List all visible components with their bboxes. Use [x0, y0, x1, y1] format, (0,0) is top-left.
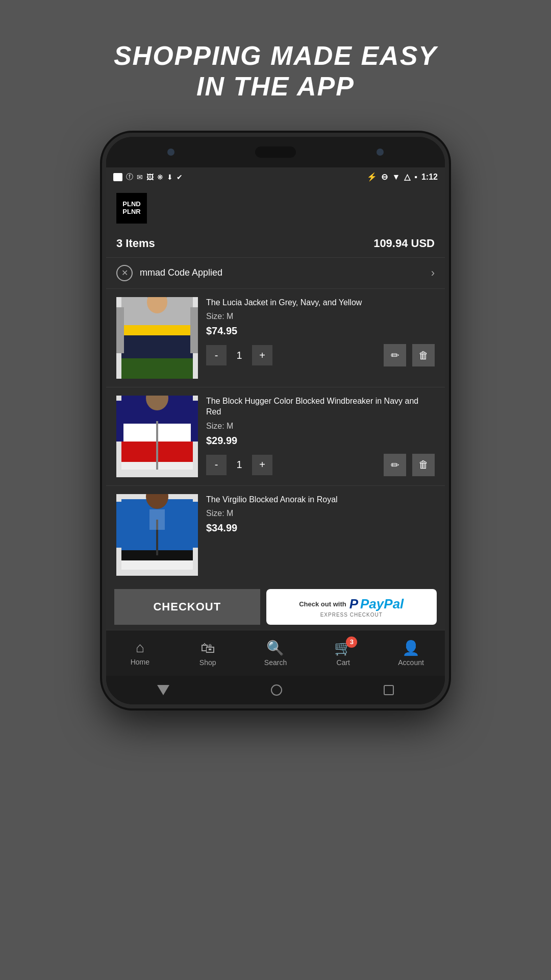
svg-rect-2 [121, 325, 193, 335]
paypal-checkout-button[interactable]: Check out with PPayPal EXPRESS CHECKOUT [266, 589, 437, 625]
paypal-label: Check out with [299, 600, 346, 608]
cart-total: 109.94 USD [373, 237, 435, 250]
tagline: SHOPPING MADE EASY IN THE APP [114, 41, 437, 102]
tagline-line1: SHOPPING MADE EASY [114, 41, 437, 71]
nav-search-label: Search [264, 658, 287, 667]
item-1-edit-button[interactable]: ✏ [384, 344, 406, 366]
svg-rect-20 [191, 502, 198, 548]
nav-account-label: Account [398, 658, 424, 667]
item-1-actions: ✏ 🗑 [384, 344, 435, 366]
status-icon-5: ❋ [157, 173, 163, 181]
status-icons: ⓕ ✉ 🖼 ❋ ⬇ ✔ [113, 173, 183, 182]
item-2-details: The Block Hugger Color Blocked Windbreak… [206, 396, 435, 477]
svg-rect-4 [121, 358, 193, 379]
item-1-qty: 1 [232, 350, 247, 361]
item-1-image [116, 297, 198, 379]
jacket2-illustration [116, 396, 198, 477]
status-icon-3: ✉ [137, 173, 143, 181]
nav-cart[interactable]: 🛒 3 Cart [309, 640, 377, 667]
item-2-delete-button[interactable]: 🗑 [412, 454, 435, 476]
status-bar: ⓕ ✉ 🖼 ❋ ⬇ ✔ ⚡ ⊖ ▼ △ ▪ 1:12 [106, 167, 445, 187]
item-2-actions: ✏ 🗑 [384, 454, 435, 476]
status-icon-7: ✔ [177, 173, 183, 181]
search-icon: 🔍 [266, 640, 284, 656]
nav-account[interactable]: 👤 Account [377, 640, 445, 667]
item-1-increase-button[interactable]: + [252, 345, 272, 365]
item-2-decrease-button[interactable]: - [206, 455, 227, 475]
speaker [255, 146, 296, 158]
paypal-logo: PPayPal [349, 596, 404, 612]
back-button[interactable] [157, 685, 169, 695]
item-1-price: $74.95 [206, 325, 435, 337]
svg-rect-5 [116, 307, 124, 353]
battery-icon: ▪ [414, 173, 417, 182]
item-1-decrease-button[interactable]: - [206, 345, 227, 365]
bluetooth-icon: ⚡ [367, 172, 377, 182]
status-icon-2: ⓕ [126, 173, 133, 182]
nav-shop[interactable]: 🛍 Shop [174, 640, 242, 667]
paypal-express-label: EXPRESS CHECKOUT [320, 612, 383, 618]
svg-rect-22 [149, 509, 165, 530]
item-3-image [116, 494, 198, 576]
item-2-edit-button[interactable]: ✏ [384, 454, 406, 476]
item-3-details: The Virgilio Blocked Anorak in Royal Siz… [206, 494, 435, 576]
jacket3-illustration [116, 494, 198, 576]
nav-shop-label: Shop [199, 658, 216, 667]
logo-line2: PLNR [122, 208, 140, 215]
promo-code-text: mmad Code Applied [140, 267, 424, 278]
cart-item-3: The Virgilio Blocked Anorak in Royal Siz… [106, 486, 445, 584]
home-icon: ⌂ [136, 640, 144, 656]
tagline-line2: IN THE APP [114, 71, 437, 102]
item-1-size: Size: M [206, 312, 435, 321]
cart-wrapper: 🛒 3 [334, 640, 352, 656]
promo-arrow-icon: › [431, 266, 435, 280]
cart-summary: 3 Items 109.94 USD [106, 230, 445, 258]
item-2-qty: 1 [232, 459, 247, 471]
svg-rect-18 [121, 560, 193, 570]
front-sensor [377, 149, 384, 156]
svg-rect-19 [116, 502, 123, 548]
shop-icon: 🛍 [201, 640, 215, 656]
items-count: 3 Items [116, 237, 155, 250]
recents-button[interactable] [384, 685, 394, 695]
app-header: PLND PLNR [106, 187, 445, 230]
item-1-controls: - 1 + ✏ 🗑 [206, 344, 435, 366]
signal-icon: △ [404, 172, 410, 182]
front-camera [167, 149, 174, 156]
item-3-size: Size: M [206, 509, 435, 518]
item-2-image [116, 396, 198, 477]
svg-rect-6 [190, 307, 198, 353]
item-2-size: Size: M [206, 422, 435, 431]
item-1-delete-button[interactable]: 🗑 [412, 344, 435, 366]
time-display: 1:12 [421, 173, 438, 182]
item-2-controls: - 1 + ✏ 🗑 [206, 454, 435, 476]
svg-rect-12 [156, 421, 158, 470]
checkout-button[interactable]: CHECKOUT [114, 589, 260, 625]
app-screen: PLND PLNR 3 Items 109.94 USD ✕ mmad Code… [106, 187, 445, 676]
cart-item-1: The Lucia Jacket in Grey, Navy, and Yell… [106, 289, 445, 387]
svg-rect-13 [116, 401, 123, 442]
nav-home[interactable]: ⌂ Home [106, 640, 174, 666]
home-button[interactable] [271, 684, 282, 696]
wifi-icon: ▼ [392, 173, 400, 182]
nav-search[interactable]: 🔍 Search [242, 640, 310, 667]
item-2-increase-button[interactable]: + [252, 455, 272, 475]
nav-cart-label: Cart [337, 658, 350, 667]
cart-item-2: The Block Hugger Color Blocked Windbreak… [106, 387, 445, 486]
brand-logo: PLND PLNR [116, 193, 147, 224]
status-right: ⚡ ⊖ ▼ △ ▪ 1:12 [367, 172, 438, 182]
logo-line1: PLND [122, 201, 140, 208]
svg-rect-14 [191, 401, 198, 442]
item-3-name: The Virgilio Blocked Anorak in Royal [206, 494, 435, 505]
promo-bar[interactable]: ✕ mmad Code Applied › [106, 258, 445, 289]
status-icon-4: 🖼 [146, 173, 154, 181]
item-2-price: $29.99 [206, 435, 435, 447]
nav-home-label: Home [131, 658, 149, 666]
account-icon: 👤 [402, 640, 420, 656]
promo-remove-icon[interactable]: ✕ [116, 265, 133, 281]
cart-badge: 3 [346, 636, 357, 648]
svg-rect-3 [121, 335, 193, 358]
status-icon-6: ⬇ [167, 173, 173, 181]
item-1-details: The Lucia Jacket in Grey, Navy, and Yell… [206, 297, 435, 379]
item-1-name: The Lucia Jacket in Grey, Navy, and Yell… [206, 297, 435, 308]
